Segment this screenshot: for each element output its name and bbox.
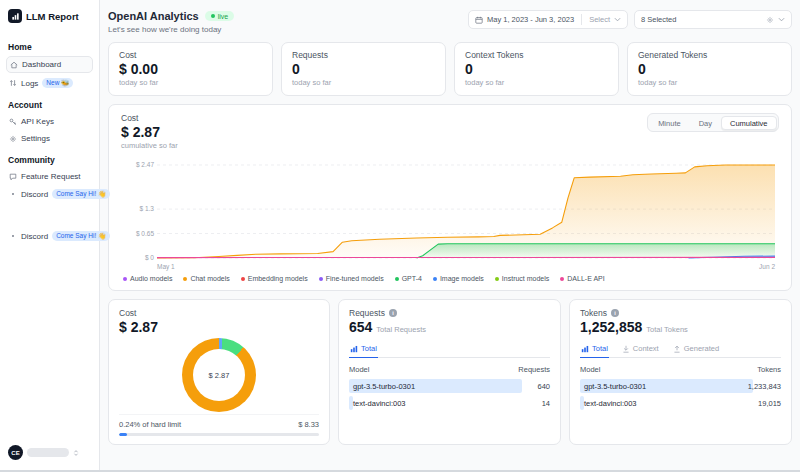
stat-card-requests: Requests0today so far bbox=[281, 42, 446, 96]
page-subtitle: Let's see how we're doing today bbox=[108, 25, 234, 34]
sidebar-item-discord[interactable]: DiscordCome Say Hi! 👋 bbox=[6, 228, 93, 244]
models-filter-value: 8 Selected bbox=[641, 15, 676, 24]
live-dot-icon bbox=[211, 14, 215, 18]
legend-label: Fine-tuned models bbox=[326, 275, 384, 282]
legend-item-embedding-models: Embedding models bbox=[241, 275, 308, 282]
table-row: gpt-3.5-turbo-0301640 bbox=[349, 379, 550, 393]
legend-label: Audio models bbox=[130, 275, 172, 282]
models-filter-select[interactable]: 8 Selected bbox=[634, 10, 792, 29]
sidebar-item-label: Dashboard bbox=[22, 60, 61, 69]
column-header-model: Model bbox=[349, 365, 369, 374]
sidebar-item-label: Settings bbox=[21, 134, 50, 143]
stat-card-sub: today so far bbox=[292, 78, 435, 87]
sidebar-item-feature-request[interactable]: Feature Request bbox=[6, 169, 93, 184]
legend-dot-icon bbox=[319, 277, 323, 281]
requests-table: gpt-3.5-turbo-0301640text-davinci:00314 bbox=[349, 379, 550, 410]
sidebar-item-settings[interactable]: Settings bbox=[6, 131, 93, 146]
row-value: 19,015 bbox=[758, 399, 781, 408]
hard-limit-progress-fill bbox=[119, 433, 127, 436]
legend-item-chat-models: Chat models bbox=[183, 275, 229, 282]
model-name: text-davinci:003 bbox=[349, 399, 406, 408]
info-icon[interactable]: i bbox=[389, 309, 397, 317]
requests-total-label: Total Requests bbox=[376, 325, 426, 334]
legend-item-audio-models: Audio models bbox=[123, 275, 172, 282]
granularity-toggle-group: MinuteDayCumulative bbox=[647, 113, 779, 132]
tab-label: Context bbox=[633, 344, 659, 353]
tokens-tabs: TotalContextGenerated bbox=[580, 342, 781, 358]
avatar[interactable]: CE bbox=[8, 445, 23, 460]
sidebar-item-label: Feature Request bbox=[21, 172, 81, 181]
stat-card-sub: today so far bbox=[119, 78, 262, 87]
date-preset-select[interactable]: Select bbox=[589, 15, 610, 24]
app-title: LLM Report bbox=[26, 11, 79, 22]
logs-icon bbox=[9, 79, 17, 87]
cost-chart-card: Cost $ 2.87 cumulative so far MinuteDayC… bbox=[108, 104, 792, 291]
chart-card-label: Cost bbox=[121, 113, 178, 123]
sidebar-item-dashboard[interactable]: Dashboard bbox=[6, 56, 93, 73]
donut-center-label: $ 2.87 bbox=[193, 349, 245, 401]
requests-total: 654 bbox=[349, 319, 372, 335]
date-range-picker[interactable]: May 1, 2023 - Jun 3, 2023 Select bbox=[468, 10, 628, 29]
chat-icon bbox=[9, 173, 17, 181]
page-header: OpenAI Analytics live Let's see how we'r… bbox=[108, 8, 792, 42]
stat-card-label: Cost bbox=[119, 50, 262, 60]
bottom-cards-row: Cost $ 2.87 $ 2.87 0.24% of hard limit $… bbox=[108, 299, 792, 445]
toggle-cumulative[interactable]: Cumulative bbox=[721, 116, 777, 130]
tab-label: Total bbox=[592, 344, 608, 353]
bar-icon bbox=[581, 345, 589, 353]
live-badge: live bbox=[205, 11, 235, 21]
tab-generated[interactable]: Generated bbox=[672, 342, 720, 358]
nav-heading-account: Account bbox=[8, 100, 91, 110]
legend-dot-icon bbox=[560, 277, 564, 281]
app-window: LLM Report HomeDashboardLogsNew 🐝Account… bbox=[0, 0, 800, 472]
calendar-icon bbox=[475, 16, 483, 24]
cost-donut-chart: $ 2.87 bbox=[182, 338, 256, 412]
table-row: text-davinci:00319,015 bbox=[580, 396, 781, 410]
stat-card-sub: today so far bbox=[465, 78, 608, 87]
table-row: gpt-3.5-turbo-03011,233,843 bbox=[580, 379, 781, 393]
chart-card-value: $ 2.87 bbox=[121, 124, 178, 140]
sidebar-item-discord[interactable]: DiscordCome Say Hi! 👋 bbox=[6, 186, 93, 202]
legend-item-gpt-4: GPT-4 bbox=[395, 275, 422, 282]
column-header-tokens: Tokens bbox=[757, 365, 781, 374]
user-menu[interactable]: CE bbox=[6, 443, 93, 462]
toggle-day[interactable]: Day bbox=[690, 116, 721, 130]
tab-total[interactable]: Total bbox=[349, 342, 378, 358]
sidebar-item-label: Discord bbox=[21, 190, 48, 199]
tab-total[interactable]: Total bbox=[580, 342, 609, 358]
tokens-card: Tokens i 1,252,858 Total Tokens TotalCon… bbox=[569, 299, 792, 445]
legend-item-instruct-models: Instruct models bbox=[495, 275, 549, 282]
info-icon[interactable]: i bbox=[611, 309, 619, 317]
hard-limit-progress bbox=[119, 433, 319, 436]
sidebar-item-label: Discord bbox=[21, 232, 48, 241]
hard-limit-text: 0.24% of hard limit bbox=[119, 420, 181, 429]
sidebar-item-api-keys[interactable]: API Keys bbox=[6, 114, 93, 129]
svg-text:$ 1.3: $ 1.3 bbox=[140, 205, 155, 212]
svg-text:Jun 2: Jun 2 bbox=[759, 263, 775, 270]
stat-card-label: Generated Tokens bbox=[638, 50, 781, 60]
tab-context[interactable]: Context bbox=[621, 342, 660, 358]
bar-icon bbox=[350, 345, 358, 353]
date-range-value: May 1, 2023 - Jun 3, 2023 bbox=[487, 15, 574, 24]
stat-card-value: 0 bbox=[292, 61, 435, 77]
llm-report-logo-icon bbox=[8, 9, 22, 23]
dot-icon bbox=[9, 232, 17, 240]
svg-text:$ 0: $ 0 bbox=[145, 254, 154, 261]
chart-card-sub: cumulative so far bbox=[121, 141, 178, 150]
app-logo[interactable]: LLM Report bbox=[6, 8, 93, 33]
legend-dot-icon bbox=[241, 277, 245, 281]
key-icon bbox=[9, 118, 17, 126]
sidebar-item-logs[interactable]: LogsNew 🐝 bbox=[6, 75, 93, 91]
cost-summary-value: $ 2.87 bbox=[119, 319, 319, 335]
column-header-requests: Requests bbox=[518, 365, 550, 374]
nav-heading-home: Home bbox=[8, 42, 91, 52]
tokens-card-title: Tokens bbox=[580, 308, 607, 318]
stat-card-generated-tokens: Generated Tokens0today so far bbox=[627, 42, 792, 96]
cost-area-chart: $ 2.47$ 1.3$ 0.65$ 0May 1Jun 2 bbox=[121, 154, 781, 272]
stat-card-label: Requests bbox=[292, 50, 435, 60]
page-title: OpenAI Analytics bbox=[108, 10, 199, 22]
chevron-down-icon bbox=[778, 17, 785, 22]
stat-card-cost: Cost$ 0.00today so far bbox=[108, 42, 273, 96]
toggle-minute[interactable]: Minute bbox=[649, 116, 690, 130]
tokens-table: gpt-3.5-turbo-03011,233,843text-davinci:… bbox=[580, 379, 781, 410]
